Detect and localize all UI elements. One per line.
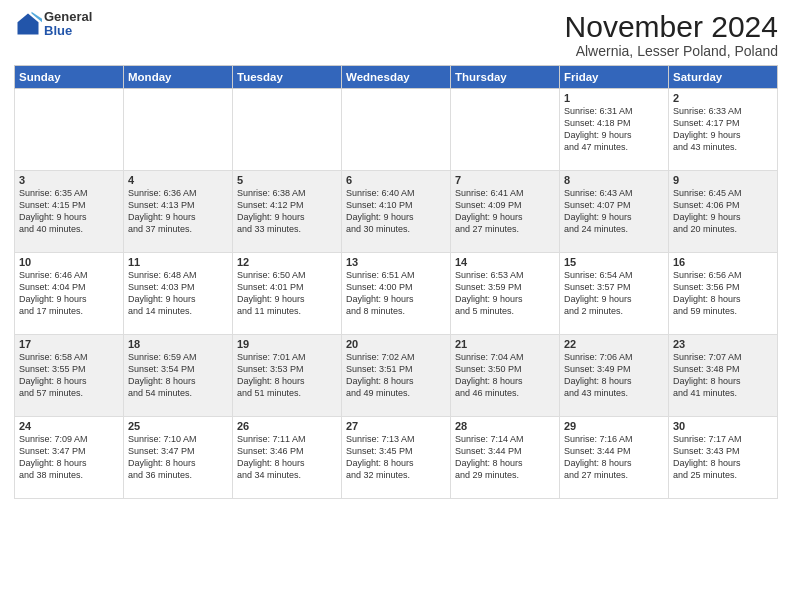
logo-text: General Blue bbox=[44, 10, 92, 39]
calendar-cell: 15Sunrise: 6:54 AM Sunset: 3:57 PM Dayli… bbox=[560, 253, 669, 335]
page: General Blue November 2024 Alwernia, Les… bbox=[0, 0, 792, 612]
calendar-cell: 25Sunrise: 7:10 AM Sunset: 3:47 PM Dayli… bbox=[124, 417, 233, 499]
day-number: 19 bbox=[237, 338, 337, 350]
day-number: 21 bbox=[455, 338, 555, 350]
calendar-cell: 23Sunrise: 7:07 AM Sunset: 3:48 PM Dayli… bbox=[669, 335, 778, 417]
day-info: Sunrise: 6:56 AM Sunset: 3:56 PM Dayligh… bbox=[673, 269, 773, 318]
day-info: Sunrise: 7:09 AM Sunset: 3:47 PM Dayligh… bbox=[19, 433, 119, 482]
day-info: Sunrise: 6:31 AM Sunset: 4:18 PM Dayligh… bbox=[564, 105, 664, 154]
day-number: 1 bbox=[564, 92, 664, 104]
calendar-cell: 5Sunrise: 6:38 AM Sunset: 4:12 PM Daylig… bbox=[233, 171, 342, 253]
day-number: 30 bbox=[673, 420, 773, 432]
day-number: 23 bbox=[673, 338, 773, 350]
day-info: Sunrise: 6:38 AM Sunset: 4:12 PM Dayligh… bbox=[237, 187, 337, 236]
calendar-cell: 8Sunrise: 6:43 AM Sunset: 4:07 PM Daylig… bbox=[560, 171, 669, 253]
day-info: Sunrise: 7:06 AM Sunset: 3:49 PM Dayligh… bbox=[564, 351, 664, 400]
calendar-cell: 18Sunrise: 6:59 AM Sunset: 3:54 PM Dayli… bbox=[124, 335, 233, 417]
day-number: 2 bbox=[673, 92, 773, 104]
calendar-cell: 9Sunrise: 6:45 AM Sunset: 4:06 PM Daylig… bbox=[669, 171, 778, 253]
calendar-cell bbox=[451, 89, 560, 171]
day-info: Sunrise: 6:41 AM Sunset: 4:09 PM Dayligh… bbox=[455, 187, 555, 236]
day-number: 11 bbox=[128, 256, 228, 268]
calendar-cell: 12Sunrise: 6:50 AM Sunset: 4:01 PM Dayli… bbox=[233, 253, 342, 335]
header: General Blue November 2024 Alwernia, Les… bbox=[14, 10, 778, 59]
day-info: Sunrise: 6:43 AM Sunset: 4:07 PM Dayligh… bbox=[564, 187, 664, 236]
calendar-cell: 26Sunrise: 7:11 AM Sunset: 3:46 PM Dayli… bbox=[233, 417, 342, 499]
logo-general: General bbox=[44, 10, 92, 24]
logo-icon bbox=[14, 10, 42, 38]
day-info: Sunrise: 7:02 AM Sunset: 3:51 PM Dayligh… bbox=[346, 351, 446, 400]
day-number: 27 bbox=[346, 420, 446, 432]
day-number: 18 bbox=[128, 338, 228, 350]
day-number: 25 bbox=[128, 420, 228, 432]
day-info: Sunrise: 6:59 AM Sunset: 3:54 PM Dayligh… bbox=[128, 351, 228, 400]
day-info: Sunrise: 7:04 AM Sunset: 3:50 PM Dayligh… bbox=[455, 351, 555, 400]
calendar-header-tuesday: Tuesday bbox=[233, 66, 342, 89]
month-title: November 2024 bbox=[565, 10, 778, 43]
day-number: 7 bbox=[455, 174, 555, 186]
calendar-cell: 30Sunrise: 7:17 AM Sunset: 3:43 PM Dayli… bbox=[669, 417, 778, 499]
day-info: Sunrise: 6:53 AM Sunset: 3:59 PM Dayligh… bbox=[455, 269, 555, 318]
calendar-cell: 6Sunrise: 6:40 AM Sunset: 4:10 PM Daylig… bbox=[342, 171, 451, 253]
day-number: 29 bbox=[564, 420, 664, 432]
calendar-cell: 17Sunrise: 6:58 AM Sunset: 3:55 PM Dayli… bbox=[15, 335, 124, 417]
calendar-cell bbox=[124, 89, 233, 171]
calendar-cell: 10Sunrise: 6:46 AM Sunset: 4:04 PM Dayli… bbox=[15, 253, 124, 335]
day-info: Sunrise: 7:01 AM Sunset: 3:53 PM Dayligh… bbox=[237, 351, 337, 400]
calendar-header-thursday: Thursday bbox=[451, 66, 560, 89]
title-block: November 2024 Alwernia, Lesser Poland, P… bbox=[565, 10, 778, 59]
day-number: 26 bbox=[237, 420, 337, 432]
day-info: Sunrise: 7:14 AM Sunset: 3:44 PM Dayligh… bbox=[455, 433, 555, 482]
day-number: 12 bbox=[237, 256, 337, 268]
calendar-cell: 28Sunrise: 7:14 AM Sunset: 3:44 PM Dayli… bbox=[451, 417, 560, 499]
calendar-cell: 29Sunrise: 7:16 AM Sunset: 3:44 PM Dayli… bbox=[560, 417, 669, 499]
day-number: 17 bbox=[19, 338, 119, 350]
day-info: Sunrise: 6:45 AM Sunset: 4:06 PM Dayligh… bbox=[673, 187, 773, 236]
day-info: Sunrise: 6:35 AM Sunset: 4:15 PM Dayligh… bbox=[19, 187, 119, 236]
day-number: 6 bbox=[346, 174, 446, 186]
calendar: SundayMondayTuesdayWednesdayThursdayFrid… bbox=[14, 65, 778, 499]
calendar-cell bbox=[233, 89, 342, 171]
day-number: 13 bbox=[346, 256, 446, 268]
subtitle: Alwernia, Lesser Poland, Poland bbox=[565, 43, 778, 59]
day-number: 5 bbox=[237, 174, 337, 186]
calendar-week-3: 17Sunrise: 6:58 AM Sunset: 3:55 PM Dayli… bbox=[15, 335, 778, 417]
calendar-header-monday: Monday bbox=[124, 66, 233, 89]
calendar-cell: 20Sunrise: 7:02 AM Sunset: 3:51 PM Dayli… bbox=[342, 335, 451, 417]
calendar-cell: 14Sunrise: 6:53 AM Sunset: 3:59 PM Dayli… bbox=[451, 253, 560, 335]
day-info: Sunrise: 6:40 AM Sunset: 4:10 PM Dayligh… bbox=[346, 187, 446, 236]
day-number: 8 bbox=[564, 174, 664, 186]
calendar-cell: 22Sunrise: 7:06 AM Sunset: 3:49 PM Dayli… bbox=[560, 335, 669, 417]
calendar-cell: 2Sunrise: 6:33 AM Sunset: 4:17 PM Daylig… bbox=[669, 89, 778, 171]
calendar-cell bbox=[342, 89, 451, 171]
day-info: Sunrise: 6:58 AM Sunset: 3:55 PM Dayligh… bbox=[19, 351, 119, 400]
day-number: 10 bbox=[19, 256, 119, 268]
calendar-week-4: 24Sunrise: 7:09 AM Sunset: 3:47 PM Dayli… bbox=[15, 417, 778, 499]
calendar-cell: 19Sunrise: 7:01 AM Sunset: 3:53 PM Dayli… bbox=[233, 335, 342, 417]
calendar-cell: 16Sunrise: 6:56 AM Sunset: 3:56 PM Dayli… bbox=[669, 253, 778, 335]
calendar-header-friday: Friday bbox=[560, 66, 669, 89]
calendar-cell: 13Sunrise: 6:51 AM Sunset: 4:00 PM Dayli… bbox=[342, 253, 451, 335]
day-info: Sunrise: 7:16 AM Sunset: 3:44 PM Dayligh… bbox=[564, 433, 664, 482]
day-info: Sunrise: 6:50 AM Sunset: 4:01 PM Dayligh… bbox=[237, 269, 337, 318]
day-info: Sunrise: 6:54 AM Sunset: 3:57 PM Dayligh… bbox=[564, 269, 664, 318]
calendar-header-wednesday: Wednesday bbox=[342, 66, 451, 89]
day-number: 14 bbox=[455, 256, 555, 268]
day-number: 22 bbox=[564, 338, 664, 350]
calendar-week-2: 10Sunrise: 6:46 AM Sunset: 4:04 PM Dayli… bbox=[15, 253, 778, 335]
day-number: 16 bbox=[673, 256, 773, 268]
calendar-cell bbox=[15, 89, 124, 171]
calendar-header-row: SundayMondayTuesdayWednesdayThursdayFrid… bbox=[15, 66, 778, 89]
calendar-header-sunday: Sunday bbox=[15, 66, 124, 89]
calendar-cell: 7Sunrise: 6:41 AM Sunset: 4:09 PM Daylig… bbox=[451, 171, 560, 253]
calendar-cell: 1Sunrise: 6:31 AM Sunset: 4:18 PM Daylig… bbox=[560, 89, 669, 171]
calendar-cell: 27Sunrise: 7:13 AM Sunset: 3:45 PM Dayli… bbox=[342, 417, 451, 499]
calendar-cell: 11Sunrise: 6:48 AM Sunset: 4:03 PM Dayli… bbox=[124, 253, 233, 335]
day-number: 28 bbox=[455, 420, 555, 432]
calendar-week-1: 3Sunrise: 6:35 AM Sunset: 4:15 PM Daylig… bbox=[15, 171, 778, 253]
calendar-cell: 21Sunrise: 7:04 AM Sunset: 3:50 PM Dayli… bbox=[451, 335, 560, 417]
logo-blue: Blue bbox=[44, 24, 92, 38]
calendar-week-0: 1Sunrise: 6:31 AM Sunset: 4:18 PM Daylig… bbox=[15, 89, 778, 171]
day-number: 9 bbox=[673, 174, 773, 186]
logo: General Blue bbox=[14, 10, 92, 39]
